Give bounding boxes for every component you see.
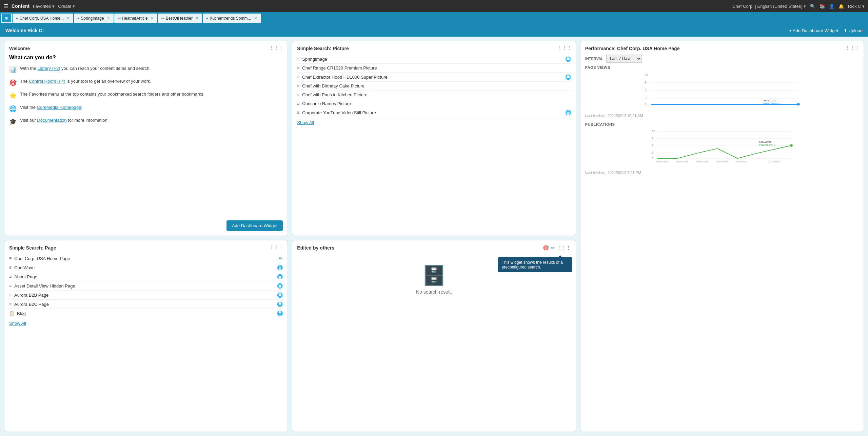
tab-spring-image[interactable]: ≡ SpringImage ✕ (74, 14, 113, 23)
add-dashboard-widget-button[interactable]: + Add Dashboard Widget (789, 28, 838, 33)
control-room-link[interactable]: Control Room (F4) (29, 79, 65, 84)
svg-text:2024/02/12: 2024/02/12 (763, 99, 776, 102)
user-menu[interactable]: Rick C ▾ (848, 4, 865, 9)
favorites-icon: ⭐ (9, 92, 17, 100)
home-icon: ⊞ (5, 16, 8, 21)
svg-text:12: 12 (652, 130, 655, 133)
picture-item-action-3[interactable]: 🌐 (565, 74, 571, 80)
edited-others-edit-icon[interactable]: ✏ (551, 245, 555, 251)
page-item-icon-1: ≡ (9, 256, 12, 261)
welcome-bar-actions: + Add Dashboard Widget ⬆ Upload (789, 28, 863, 33)
tab-kuchentrends[interactable]: ≡ Küchentrends Somm... ✕ (203, 14, 260, 23)
svg-text:2024/02/07: 2024/02/07 (676, 160, 688, 162)
edited-others-grid-icon[interactable]: ⋮⋮⋮ (557, 245, 571, 251)
tab-close-icon[interactable]: ✕ (151, 16, 154, 21)
tab-best-of-heather[interactable]: ✏ BestOfHeather ✕ (158, 14, 202, 23)
simple-search-picture-title: Simple Search: Picture (297, 46, 571, 51)
welcome-item-library: 📊 With the Library (F3) you can reach yo… (9, 65, 283, 74)
top-navigation: ☰ Content Favorites ▾ Create ▾ Chef Corp… (0, 0, 868, 12)
home-tab-button[interactable]: ⊞ (1, 14, 12, 23)
page-item-action-5[interactable]: 🌐 (277, 292, 283, 298)
performance-card: Performance: Chef Corp. USA Home Page ⋮⋮… (580, 41, 864, 432)
coremedia-homepage-link[interactable]: CoreMedia Homepage (37, 105, 81, 110)
page-item-6: ≡ Aurora B2C Page 🌐 (9, 300, 283, 309)
svg-text:2024/02/08: 2024/02/08 (696, 160, 708, 162)
picture-show-all[interactable]: Show All (297, 120, 314, 125)
edited-others-target-icon[interactable]: 🎯 (543, 245, 549, 251)
svg-text:6: 6 (652, 144, 653, 147)
welcome-item-control: 🎯 The Control Room (F4) is your tool to … (9, 78, 283, 87)
tab-close-icon[interactable]: ✕ (66, 16, 70, 21)
svg-text:Page Views: 0: Page Views: 0 (763, 102, 780, 105)
simple-search-picture-grid-icon[interactable]: ⋮⋮⋮ (557, 45, 572, 51)
page-item-action-3[interactable]: 🌐 (277, 274, 283, 279)
tab-close-icon[interactable]: ✕ (254, 16, 257, 21)
picture-item-icon-3: ≡ (297, 75, 299, 79)
tab-close-icon[interactable]: ✕ (195, 16, 199, 21)
simple-search-page-card: Simple Search: Page ⋮⋮⋮ ≡ Chef Corp. USA… (4, 240, 288, 432)
no-result-icon: 🗄️ (422, 264, 446, 286)
svg-text:3: 3 (652, 151, 653, 154)
welcome-card-grid-icon[interactable]: ⋮⋮⋮ (269, 45, 283, 51)
tab-close-icon[interactable]: ✕ (107, 16, 110, 21)
main-dashboard: Welcome ⋮⋮⋮ What can you do? 📊 With the … (0, 37, 868, 436)
svg-text:2024/02/09: 2024/02/09 (716, 160, 728, 162)
page-item-icon-7: 📋 (9, 311, 14, 316)
picture-item-icon-6: ≡ (297, 101, 299, 106)
page-item-icon-4: ≡ (9, 283, 12, 288)
page-views-svg: 12 9 6 3 0 2024/02/12 Page Views: 0 (585, 72, 859, 105)
performance-grid-icon[interactable]: ⋮⋮⋮ (845, 45, 860, 51)
add-widget-button[interactable]: Add Dashboard Widget (226, 220, 283, 231)
upload-button[interactable]: ⬆ Upload (844, 28, 863, 33)
notification-icon[interactable]: 🔔 (839, 4, 844, 9)
tenant-selector[interactable]: Chef Corp. | English (United States) ▾ (732, 4, 806, 9)
svg-text:2024/02/06: 2024/02/06 (656, 160, 668, 162)
favorites-menu[interactable]: Favorites ▾ (33, 4, 55, 9)
tab-bar: ⊞ ≡ Chef Corp. USA Home... ✕ ≡ SpringIma… (0, 12, 868, 24)
welcome-item-docs: 🎓 Visit our Documentation for more infor… (9, 117, 283, 126)
picture-item-5: ≡ Chef with Pans in Kitchen Picture (297, 91, 571, 99)
page-item-icon-5: ≡ (9, 293, 12, 297)
tab-heather-article[interactable]: ✏ HeatherArticle ✕ (114, 14, 157, 23)
picture-item-7: ≡ Corporate YouTube Video Still Picture … (297, 108, 571, 117)
svg-text:0: 0 (652, 157, 653, 160)
picture-item-action-7[interactable]: 🌐 (565, 110, 571, 115)
page-item-action-4[interactable]: 🌐 (277, 283, 283, 289)
svg-point-10 (797, 103, 800, 105)
nav-right: Chef Corp. | English (United States) ▾ 🔍… (732, 4, 865, 9)
svg-text:2024/02/11: 2024/02/11 (768, 160, 781, 162)
welcome-subtitle: What can you do? (9, 55, 283, 61)
documentation-link[interactable]: Documentation (37, 118, 66, 123)
simple-search-page-grid-icon[interactable]: ⋮⋮⋮ (269, 244, 283, 250)
svg-text:2024/02/10: 2024/02/10 (736, 160, 748, 162)
edited-others-tooltip: This widget shows the results of a preco… (498, 257, 572, 272)
page-item-action-7[interactable]: 🌐 (277, 311, 283, 316)
hamburger-menu[interactable]: ☰ (3, 3, 8, 9)
picture-item-icon-1: ≡ (297, 57, 299, 61)
page-item-action-1[interactable]: ✏ (279, 256, 283, 261)
library-link[interactable]: Library (F3) (37, 66, 60, 71)
page-item-action-6[interactable]: 🌐 (277, 301, 283, 307)
interval-select[interactable]: Last 7 Days Last 30 Days (606, 55, 642, 63)
svg-text:6: 6 (645, 88, 646, 92)
nav-title: Content (12, 3, 29, 9)
interval-label: INTERVAL (585, 57, 604, 61)
library-icon[interactable]: 📚 (820, 4, 825, 9)
edited-by-others-title: Edited by others (297, 245, 334, 251)
publications-svg: 12 9 6 3 0 2024/02/12 Publications: 0 (585, 128, 859, 162)
picture-item-3: ≡ Chef Extractor Hood HD1000 Super Pictu… (297, 73, 571, 82)
page-show-all[interactable]: Show All (9, 321, 26, 326)
page-item-icon-2: ≡ (9, 265, 12, 270)
profile-icon[interactable]: 👤 (829, 4, 834, 9)
picture-item-icon-2: ≡ (297, 66, 299, 71)
search-nav-icon[interactable]: 🔍 (810, 4, 815, 9)
picture-item-icon-7: ≡ (297, 110, 299, 115)
welcome-bar: Welcome Rick C! + Add Dashboard Widget ⬆… (0, 24, 868, 37)
tab-chef-usa-home[interactable]: ≡ Chef Corp. USA Home... ✕ (13, 14, 73, 23)
page-item-action-2[interactable]: 🌐 (277, 265, 283, 270)
page-item-icon-3: ≡ (9, 274, 12, 279)
picture-item-action-1[interactable]: 🌐 (565, 56, 571, 62)
svg-text:0: 0 (645, 103, 646, 105)
create-menu[interactable]: Create ▾ (58, 4, 75, 9)
svg-text:12: 12 (645, 73, 648, 76)
